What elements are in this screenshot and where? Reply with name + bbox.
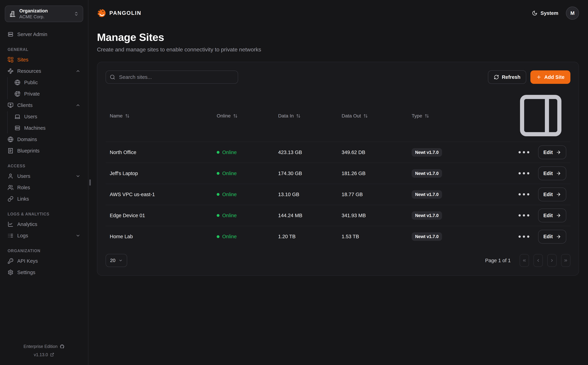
add-site-button[interactable]: Add Site [530, 70, 570, 84]
edit-button[interactable]: Edit [538, 145, 566, 159]
chevron-right-icon [550, 258, 554, 263]
sidebar-item-api-keys[interactable]: API Keys [5, 256, 83, 266]
sidebar-item-links[interactable]: Links [5, 194, 83, 204]
edit-button[interactable]: Edit [538, 188, 566, 201]
page-head: Manage Sites Create and manage sites to … [97, 31, 579, 53]
section-heading-logs-analytics: LOGS & ANALYTICS [5, 212, 83, 217]
site-status-cell: Online [213, 142, 274, 163]
toggle-columns-button[interactable] [515, 90, 566, 141]
sidebar-item-clients[interactable]: Clients [5, 100, 83, 111]
refresh-button[interactable]: Refresh [488, 70, 526, 84]
data-out-value: 181.26 GB [337, 163, 407, 184]
sidebar-item-public[interactable]: Public [7, 77, 83, 88]
edit-button[interactable]: Edit [538, 167, 566, 180]
arrow-right-icon [556, 234, 561, 239]
online-dot-icon [217, 151, 219, 154]
site-type-cell: Newt v1.7.0 [407, 205, 511, 226]
theme-label: System [540, 10, 558, 16]
site-type-cell: Newt v1.7.0 [407, 142, 511, 163]
site-name: Jeff's Laptop [105, 163, 213, 184]
online-dot-icon [217, 172, 219, 175]
theme-toggle[interactable]: System [532, 10, 558, 16]
sidebar-item-label: Analytics [17, 221, 37, 227]
sort-online[interactable]: Online [217, 113, 270, 119]
org-selector[interactable]: Organization ACME Corp. [5, 6, 83, 22]
sidebar-item-label: Resources [17, 68, 41, 74]
sidebar-item-roles[interactable]: Roles [5, 182, 83, 193]
pager-buttons [520, 254, 570, 267]
column-label: Data Out [342, 113, 361, 119]
org-selector-label: Organization [19, 8, 70, 14]
sidebar-item-users[interactable]: Users [7, 111, 83, 122]
row-menu-button[interactable] [515, 144, 533, 161]
sidebar-item-users[interactable]: Users [5, 171, 83, 182]
site-name: North Office [105, 142, 213, 163]
status-badge: Online [217, 213, 270, 218]
prev-page-button[interactable] [533, 254, 543, 267]
sidebar-item-private[interactable]: Private [7, 89, 83, 99]
page-size-value: 20 [110, 258, 115, 263]
site-type-cell: Newt v1.7.0 [407, 184, 511, 205]
row-actions: Edit [511, 226, 570, 247]
sidebar-item-settings[interactable]: Settings [5, 267, 83, 278]
version-link[interactable]: v1.13.0 [34, 351, 54, 359]
row-actions: Edit [511, 142, 570, 163]
edition-link[interactable]: Enterprise Edition [23, 342, 64, 351]
first-page-button[interactable] [520, 254, 529, 267]
site-status-cell: Online [213, 205, 274, 226]
page-size-select[interactable]: 20 [105, 254, 127, 267]
sort-data-out[interactable]: Data Out [342, 113, 403, 119]
panel-right-icon [516, 91, 566, 140]
sidebar-scrollbar-thumb[interactable] [89, 179, 91, 186]
edition-label: Enterprise Edition [23, 342, 57, 351]
row-menu-button[interactable] [515, 228, 533, 245]
row-menu-button[interactable] [515, 186, 533, 203]
pagination: 20 Page 1 of 1 [105, 254, 570, 267]
sidebar-item-server-admin[interactable]: Server Admin [5, 29, 83, 40]
sidebar-item-logs[interactable]: Logs [5, 230, 83, 241]
edit-label: Edit [543, 213, 553, 218]
row-menu-button[interactable] [515, 165, 533, 182]
data-out-value: 349.62 DB [337, 142, 407, 163]
org-selector-texts: Organization ACME Corp. [19, 8, 70, 20]
edit-button[interactable]: Edit [538, 230, 566, 244]
type-badge: Newt v1.7.0 [412, 190, 442, 199]
sidebar-item-label: Settings [17, 270, 35, 275]
sites-card: Refresh Add Site NameOnlineData InData O… [97, 62, 579, 276]
column-label: Type [412, 113, 422, 119]
status-label: Online [222, 150, 237, 155]
search-wrap [105, 70, 238, 84]
sidebar-item-machines[interactable]: Machines [7, 123, 83, 133]
pangolin-logo-icon [97, 8, 106, 18]
avatar-initial: M [570, 10, 574, 16]
page-info: Page 1 of 1 [485, 258, 511, 263]
brand-logo[interactable]: PANGOLIN [97, 8, 141, 18]
sort-type[interactable]: Type [412, 113, 507, 119]
search-input[interactable] [105, 70, 238, 84]
sidebar-item-label: Users [24, 114, 37, 119]
ellipsis-icon [517, 166, 531, 181]
sidebar-item-analytics[interactable]: Analytics [5, 219, 83, 230]
site-status-cell: Online [213, 184, 274, 205]
data-in-value: 1.20 TB [274, 226, 337, 247]
data-out-value: 1.53 TB [337, 226, 407, 247]
sort-data-in[interactable]: Data In [278, 113, 333, 119]
sidebar-item-blueprints[interactable]: Blueprints [5, 145, 83, 156]
sidebar-item-resources[interactable]: Resources [5, 66, 83, 77]
next-page-button[interactable] [547, 254, 557, 267]
row-menu-button[interactable] [515, 207, 533, 224]
last-page-button[interactable] [561, 254, 570, 267]
edit-button[interactable]: Edit [538, 209, 566, 222]
avatar[interactable]: M [566, 7, 579, 20]
sort-name[interactable]: Name [110, 113, 208, 119]
column-label: Data In [278, 113, 294, 119]
brand-name: PANGOLIN [109, 10, 141, 16]
sidebar-item-sites[interactable]: Sites [5, 54, 83, 65]
status-badge: Online [217, 171, 270, 176]
users-icon [7, 185, 14, 190]
sidebar-item-domains[interactable]: Domains [5, 134, 83, 145]
sidebar-item-label: API Keys [17, 258, 38, 264]
sidebar-item-label: Clients [17, 102, 33, 108]
refresh-icon [494, 75, 499, 80]
sidebar-item-label: Public [24, 80, 38, 85]
